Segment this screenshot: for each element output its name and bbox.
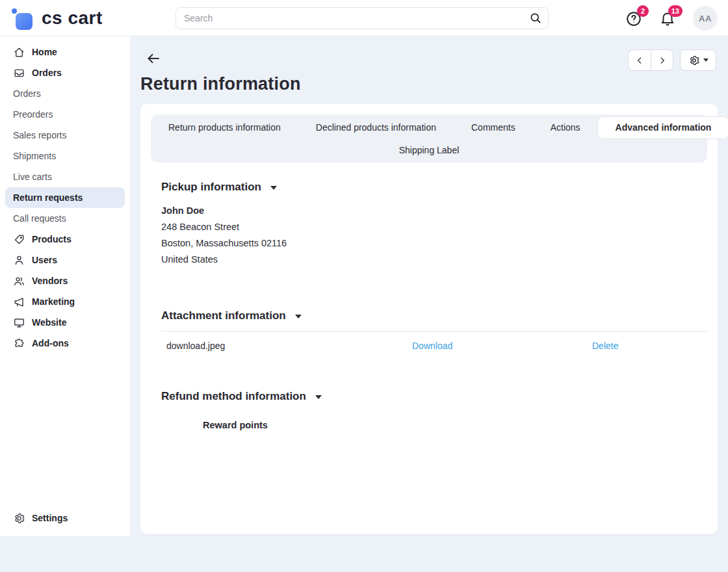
chevron-down-icon [295, 315, 302, 318]
tab-declined-products-information[interactable]: Declined products information [298, 117, 454, 138]
notifications-badge: 13 [668, 5, 682, 17]
attachment-information-heading[interactable]: Attachment information [161, 309, 707, 322]
tab-advanced-information[interactable]: Advanced information [598, 117, 728, 138]
help-badge: 2 [637, 5, 649, 17]
settings-gear-icon [13, 512, 32, 525]
chevron-down-icon [315, 395, 322, 399]
sidebar-item-label: Return requests [13, 192, 83, 203]
main-content: Return information Return products infor… [130, 36, 728, 572]
sidebar-item-vendors[interactable]: Vendors [0, 270, 130, 291]
sidebar-item-label: Marketing [32, 296, 75, 307]
attachment-file-name: download.jpeg [161, 341, 412, 351]
section-title: Attachment information [161, 309, 286, 322]
sidebar-item-label: Add-ons [32, 338, 69, 348]
sidebar-item-preorders[interactable]: Preorders [0, 104, 130, 125]
header-actions: 2 13 AA [625, 0, 718, 36]
sidebar-item-label: Orders [32, 68, 62, 78]
sidebar-item-label: Orders [13, 88, 41, 99]
pickup-name: John Doe [161, 203, 707, 219]
attachment-row: download.jpeg Download Delete [161, 332, 707, 360]
sidebar-item-label: Sales reports [13, 130, 66, 140]
settings-label: Settings [32, 513, 68, 523]
sidebar-item-sales-reports[interactable]: Sales reports [0, 125, 130, 146]
sidebar-item-orders[interactable]: Orders [0, 62, 130, 83]
sidebar-item-users[interactable]: Users [0, 250, 130, 270]
user-avatar[interactable]: AA [693, 6, 718, 31]
sidebar-item-label: Live carts [13, 172, 52, 182]
tab-comments[interactable]: Comments [454, 117, 533, 138]
pickup-address-line1: 248 Beacon Street [161, 219, 707, 235]
sidebar-item-return-requests[interactable]: Return requests [5, 187, 125, 208]
orders-icon [13, 67, 32, 79]
chevron-down-icon [270, 186, 277, 190]
refund-method-value: Reward points [203, 420, 707, 430]
users-icon [13, 254, 32, 266]
search-input[interactable] [176, 7, 549, 29]
sidebar-item-label: Website [32, 317, 66, 328]
cscart-logo[interactable]: cs cart [9, 3, 103, 34]
sidebar-item-marketing[interactable]: Marketing [0, 291, 130, 312]
gear-icon [688, 55, 700, 66]
sidebar-nav: Home Orders Orders Preorders Sales repor… [0, 36, 130, 536]
previous-record-button[interactable] [628, 49, 651, 71]
sidebar-item-addons[interactable]: Add-ons [0, 333, 130, 354]
sidebar-item-label: Users [32, 255, 57, 265]
sidebar-item-label: Home [32, 47, 57, 57]
marketing-megaphone-icon [13, 296, 32, 308]
section-title: Refund method information [161, 390, 306, 403]
page-settings-dropdown-button[interactable] [680, 49, 716, 71]
tab-actions[interactable]: Actions [533, 117, 598, 138]
sidebar-item-shipments[interactable]: Shipments [0, 146, 130, 166]
sidebar-item-label: Shipments [13, 151, 56, 161]
sidebar-item-label: Call requests [13, 213, 66, 224]
pickup-information-heading[interactable]: Pickup information [161, 181, 707, 194]
sidebar-item-live-carts[interactable]: Live carts [0, 166, 130, 187]
download-link[interactable]: Download [412, 341, 592, 351]
sidebar-item-label: Preorders [13, 109, 53, 120]
pickup-address-line3: United States [161, 252, 707, 268]
sidebar-item-label: Products [32, 234, 72, 244]
sidebar-item-home[interactable]: Home [0, 42, 130, 62]
refund-method-information-heading[interactable]: Refund method information [161, 390, 707, 403]
global-search [176, 7, 549, 29]
next-record-button[interactable] [651, 49, 673, 71]
help-button[interactable]: 2 [625, 10, 642, 27]
section-title: Pickup information [161, 181, 261, 194]
pickup-address-block: John Doe 248 Beacon Street Boston, Massa… [161, 203, 707, 268]
chevron-down-icon [703, 58, 708, 62]
search-icon[interactable] [529, 12, 542, 25]
cscart-logo-text: cs cart [42, 8, 103, 29]
products-tag-icon [13, 233, 32, 246]
delete-link[interactable]: Delete [592, 341, 707, 351]
record-pager [628, 49, 673, 71]
website-monitor-icon [13, 317, 32, 329]
return-information-card: Return products information Declined pro… [140, 104, 718, 534]
sidebar-item-products[interactable]: Products [0, 229, 130, 250]
vendors-icon [13, 275, 32, 287]
back-arrow-button[interactable] [146, 51, 161, 66]
sidebar-item-label: Vendors [32, 276, 68, 286]
cscart-logo-icon [9, 3, 38, 34]
sidebar-item-settings[interactable]: Settings [0, 508, 130, 528]
tab-shipping-label[interactable]: Shipping Label [382, 140, 477, 161]
notifications-bell-icon[interactable]: 13 [659, 10, 676, 27]
sidebar-item-orders-sub[interactable]: Orders [0, 83, 130, 104]
top-header: cs cart 2 13 AA [0, 0, 728, 36]
addons-puzzle-icon [13, 337, 32, 350]
page-title: Return information [140, 74, 301, 94]
home-icon [13, 46, 32, 58]
pickup-address-line2: Boston, Massachusetts 02116 [161, 235, 707, 252]
tab-return-products-information[interactable]: Return products information [151, 117, 298, 138]
sidebar-item-call-requests[interactable]: Call requests [0, 208, 130, 229]
tab-strip: Return products information Declined pro… [151, 114, 707, 162]
sidebar-item-website[interactable]: Website [0, 312, 130, 333]
